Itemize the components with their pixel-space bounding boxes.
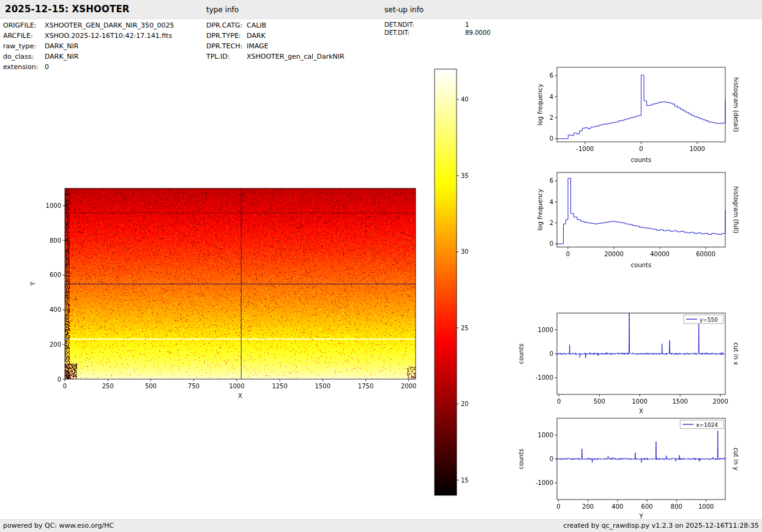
info-label: ORIGFILE: xyxy=(3,20,45,31)
svg-text:x=1024: x=1024 xyxy=(696,422,718,428)
svg-text:1750: 1750 xyxy=(358,383,373,390)
svg-text:histogram (detail): histogram (detail) xyxy=(733,77,739,132)
svg-text:800: 800 xyxy=(671,503,682,510)
svg-text:-1000: -1000 xyxy=(536,479,553,486)
type-info-heading: type info xyxy=(206,6,239,14)
cut-x-plot: 0500100015002000-100001000Xcountscut in … xyxy=(518,313,739,415)
svg-text:1000: 1000 xyxy=(632,398,647,405)
svg-text:Y: Y xyxy=(29,281,36,286)
histogram-full-plot: 02000040000600000246countslog frequencyh… xyxy=(537,172,739,268)
svg-text:0: 0 xyxy=(550,135,553,142)
info-row: ARCFILE: XSHOO.2025-12-16T10:42:17.141.f… xyxy=(3,31,174,41)
svg-text:600: 600 xyxy=(641,503,653,510)
svg-text:400: 400 xyxy=(611,503,623,510)
svg-text:500: 500 xyxy=(145,383,157,390)
svg-text:40: 40 xyxy=(461,96,469,103)
svg-text:2000: 2000 xyxy=(401,383,416,390)
svg-text:200: 200 xyxy=(582,503,594,510)
svg-text:1000: 1000 xyxy=(538,432,553,438)
svg-text:6: 6 xyxy=(550,72,553,79)
info-row: ORIGFILE: XSHOOTER_GEN_DARK_NIR_350_0025 xyxy=(3,20,174,31)
svg-text:250: 250 xyxy=(102,383,114,390)
info-label: DPR.CATG: xyxy=(206,20,247,31)
svg-text:0: 0 xyxy=(550,350,553,357)
svg-text:2000: 2000 xyxy=(712,398,728,405)
svg-text:1000: 1000 xyxy=(698,503,714,510)
svg-text:35: 35 xyxy=(461,172,469,179)
svg-text:600: 600 xyxy=(50,272,61,278)
svg-text:800: 800 xyxy=(50,237,61,244)
svg-text:log frequency: log frequency xyxy=(537,189,543,231)
histogram-detail-plot: -1000010000246countslog frequencyhistogr… xyxy=(537,67,739,163)
info-value: DARK_NIR xyxy=(45,41,78,51)
svg-text:log frequency: log frequency xyxy=(537,84,543,126)
svg-text:25: 25 xyxy=(461,325,469,331)
cut-y-plot: 02004006008001000-100001000Ycountscut in… xyxy=(518,418,739,520)
info-row: DPR.TECH: IMAGE xyxy=(206,41,345,51)
setup-info-heading: set-up info xyxy=(384,6,424,14)
svg-text:4: 4 xyxy=(550,199,553,205)
info-row: extension: 0 xyxy=(3,62,174,72)
svg-text:0: 0 xyxy=(550,456,553,462)
file-info-block: ORIGFILE: XSHOOTER_GEN_DARK_NIR_350_0025… xyxy=(3,20,174,72)
info-label: raw_type: xyxy=(3,41,45,51)
svg-text:counts: counts xyxy=(631,262,651,268)
info-label: do_class: xyxy=(3,51,45,62)
info-value: DARK_NIR xyxy=(45,51,78,62)
svg-text:1000: 1000 xyxy=(229,383,244,390)
svg-text:histogram (full): histogram (full) xyxy=(733,186,739,233)
svg-text:60000: 60000 xyxy=(696,251,715,257)
svg-text:cut in x: cut in x xyxy=(733,342,739,365)
svg-text:-1000: -1000 xyxy=(576,146,594,152)
svg-text:0: 0 xyxy=(550,240,553,247)
info-label: DPR.TYPE: xyxy=(206,31,247,41)
qc-report-page: 2025-12-15: XSHOOTER type info set-up in… xyxy=(0,0,762,532)
svg-text:0: 0 xyxy=(557,398,561,405)
footer-created-by: created by qc_rawdisp.py v1.2.3 on 2025-… xyxy=(563,522,759,530)
info-row: DET.NDIT: 1 xyxy=(384,21,490,29)
info-label: DPR.TECH: xyxy=(206,41,247,51)
info-value: XSHOOTER_gen_cal_DarkNIR xyxy=(247,51,345,62)
info-value: XSHOOTER_GEN_DARK_NIR_350_0025 xyxy=(45,20,174,31)
svg-text:0: 0 xyxy=(639,146,643,152)
info-value: IMAGE xyxy=(247,41,269,51)
svg-text:40000: 40000 xyxy=(650,251,670,257)
svg-text:1000: 1000 xyxy=(538,327,553,333)
info-value: CALIB xyxy=(247,20,266,31)
svg-text:0: 0 xyxy=(556,503,560,510)
info-label: DET.DIT: xyxy=(384,29,465,37)
svg-text:15: 15 xyxy=(461,477,469,484)
type-info-block: DPR.CATG: CALIB DPR.TYPE: DARK DPR.TECH:… xyxy=(206,20,345,62)
svg-text:750: 750 xyxy=(188,383,200,390)
svg-text:4: 4 xyxy=(550,94,553,100)
info-value: 1 xyxy=(465,21,469,29)
svg-text:-1000: -1000 xyxy=(536,374,553,381)
info-row: do_class: DARK_NIR xyxy=(3,51,174,62)
svg-text:1000: 1000 xyxy=(689,146,704,152)
info-row: TPL.ID: XSHOOTER_gen_cal_DarkNIR xyxy=(206,51,345,62)
info-row: DET.DIT: 89.0000 xyxy=(384,29,490,37)
info-value: XSHOO.2025-12-16T10:42:17.141.fits xyxy=(45,31,172,41)
svg-text:counts: counts xyxy=(518,344,525,364)
info-label: ARCFILE: xyxy=(3,31,45,41)
svg-text:0: 0 xyxy=(63,383,67,390)
svg-text:cut in y: cut in y xyxy=(733,448,739,470)
svg-text:1000: 1000 xyxy=(46,202,61,209)
svg-text:0: 0 xyxy=(58,376,61,383)
svg-text:counts: counts xyxy=(631,157,651,163)
svg-text:2: 2 xyxy=(550,220,553,226)
info-value: 89.0000 xyxy=(465,29,490,37)
footer-powered-by: powered by QC: www.eso.org/HC xyxy=(3,522,114,530)
svg-text:200: 200 xyxy=(50,341,61,348)
svg-text:2: 2 xyxy=(550,114,553,121)
svg-text:counts: counts xyxy=(518,449,525,469)
info-row: DPR.CATG: CALIB xyxy=(206,20,345,31)
svg-text:0: 0 xyxy=(566,251,570,257)
svg-text:6: 6 xyxy=(550,177,553,184)
info-value: DARK xyxy=(247,31,266,41)
page-title: 2025-12-15: XSHOOTER xyxy=(5,4,130,15)
colorbar-canvas xyxy=(435,69,457,495)
svg-text:y=550: y=550 xyxy=(700,317,718,323)
svg-text:400: 400 xyxy=(50,306,61,313)
info-label: TPL.ID: xyxy=(206,51,247,62)
